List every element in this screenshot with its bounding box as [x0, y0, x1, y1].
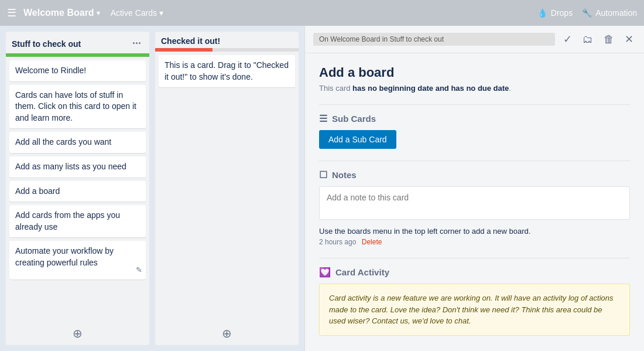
card-item[interactable]: Add cards from the apps you already use: [9, 205, 146, 237]
list-progress-bar: [155, 48, 299, 52]
activity-icon: 💟: [319, 267, 331, 278]
no-start-date: has no beginning date: [352, 84, 433, 93]
activity-header: 💟 Card Activity: [319, 267, 630, 278]
menu-icon[interactable]: ☰: [7, 6, 16, 19]
filter-dropdown[interactable]: Active Cards ▾: [111, 8, 163, 18]
list-title: Checked it out!: [161, 36, 293, 46]
subcards-section: ☰ Sub Cards Add a Sub Card: [319, 113, 630, 149]
add-card-button[interactable]: ⊕: [155, 322, 299, 345]
card-item[interactable]: Add all the cards you want: [9, 132, 146, 153]
drops-icon: 💧: [537, 8, 547, 18]
note-text: Use the boards menu in the top left corn…: [319, 227, 630, 236]
list-cards: Welcome to Rindle! Cards can have lots o…: [6, 60, 149, 322]
automation-icon: 🔧: [582, 8, 592, 18]
subcards-icon: ☰: [319, 113, 327, 124]
note-delete-link[interactable]: Delete: [362, 238, 382, 246]
list-header: Stuff to check out ···: [6, 32, 149, 53]
divider: [319, 161, 630, 161]
board-title[interactable]: Welcome Board ▾: [23, 8, 100, 18]
card-item[interactable]: Add as many lists as you need: [9, 156, 146, 178]
subcards-header: ☰ Sub Cards: [319, 113, 630, 124]
edit-icon: ✎: [136, 265, 142, 275]
add-sub-card-button[interactable]: Add a Sub Card: [319, 130, 396, 149]
list-progress-bar: [6, 53, 149, 57]
card-item[interactable]: Cards can have lots of stuff in them. Cl…: [9, 85, 146, 129]
divider: [319, 258, 630, 258]
activity-section: 💟 Card Activity Card activity is a new f…: [319, 267, 630, 336]
no-due-date: has no due date: [451, 84, 509, 93]
header-right: 💧 Drops 🔧 Automation: [537, 8, 637, 18]
notes-section: ☐ Notes Use the boards menu in the top l…: [319, 169, 630, 246]
list-checked-it-out: Checked it out! This is a card. Drag it …: [155, 32, 299, 345]
notes-input-wrapper: [319, 186, 630, 220]
and-conjunction: and: [436, 84, 451, 93]
drops-button[interactable]: 💧 Drops: [537, 8, 573, 18]
archive-button[interactable]: 🗂: [580, 32, 595, 47]
board-area: Stuff to check out ··· Welcome to Rindle…: [0, 26, 644, 351]
notes-icon: ☐: [319, 169, 327, 180]
note-entry: Use the boards menu in the top left corn…: [319, 227, 630, 246]
divider: [319, 104, 630, 105]
card-item[interactable]: Automate your workflow by creating power…: [9, 241, 146, 279]
card-detail-panel: On Welcome Board in Stuff to check out ✓…: [304, 26, 644, 351]
list-stuff-to-check-out: Stuff to check out ··· Welcome to Rindle…: [6, 32, 149, 345]
close-button[interactable]: ✕: [622, 32, 636, 47]
list-title: Stuff to check out: [12, 39, 130, 49]
card-item[interactable]: Welcome to Rindle!: [9, 60, 146, 81]
activity-banner: Card activity is a new feature we are wo…: [319, 284, 630, 336]
activity-title: Card Activity: [335, 267, 389, 277]
lists-container: Stuff to check out ··· Welcome to Rindle…: [0, 26, 304, 351]
list-menu-button[interactable]: ···: [130, 36, 143, 51]
list-header: Checked it out!: [155, 32, 299, 48]
automation-button[interactable]: 🔧 Automation: [582, 8, 637, 18]
card-item[interactable]: Add a board: [9, 181, 146, 202]
card-title: Add a board: [319, 65, 630, 80]
card-detail-actions: ✓ 🗂 🗑 ✕: [561, 32, 636, 47]
notes-header: ☐ Notes: [319, 169, 630, 180]
filter-caret: ▾: [159, 8, 163, 18]
card-detail-topbar: On Welcome Board in Stuff to check out ✓…: [305, 26, 644, 53]
card-meta: This card has no beginning date and has …: [319, 84, 630, 93]
note-time: 2 hours ago: [319, 238, 356, 246]
header: ☰ Welcome Board ▾ Active Cards ▾ 💧 Drops…: [0, 0, 644, 26]
notes-input[interactable]: [320, 187, 629, 217]
card-detail-body: Add a board This card has no beginning d…: [305, 53, 644, 347]
subcards-title: Sub Cards: [332, 114, 376, 124]
notes-title: Notes: [332, 170, 357, 180]
note-meta: 2 hours ago Delete: [319, 238, 630, 246]
card-location: On Welcome Board in Stuff to check out: [313, 33, 555, 46]
board-caret: ▾: [97, 9, 100, 17]
card-item[interactable]: This is a card. Drag it to "Checked it o…: [159, 55, 295, 87]
delete-button[interactable]: 🗑: [601, 32, 616, 47]
check-button[interactable]: ✓: [561, 32, 574, 47]
list-cards: This is a card. Drag it to "Checked it o…: [155, 55, 299, 322]
add-card-button[interactable]: ⊕: [6, 322, 149, 345]
